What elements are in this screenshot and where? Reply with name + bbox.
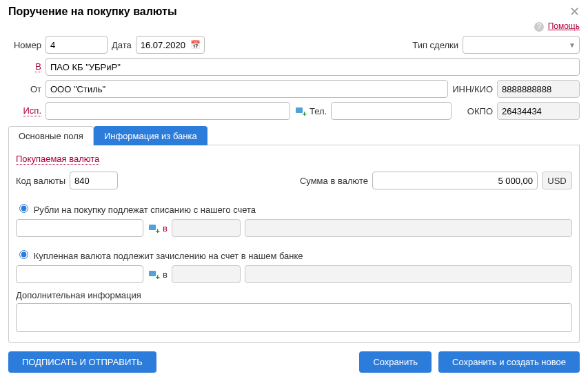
from-label: От	[8, 84, 41, 94]
currency-amount-input[interactable]	[372, 172, 538, 189]
deal-type-select[interactable]	[463, 36, 580, 54]
inn-label: ИНН/КИО	[452, 84, 493, 94]
executor-lookup-icon[interactable]	[294, 106, 305, 116]
credit-currency-box	[172, 265, 241, 283]
bank-label[interactable]: В	[35, 61, 41, 72]
number-input[interactable]	[45, 36, 108, 54]
bank-input[interactable]	[45, 58, 580, 76]
inn-input	[497, 80, 580, 98]
credit-radio[interactable]	[19, 250, 28, 259]
debit-account-input[interactable]	[16, 219, 143, 237]
credit-account-input[interactable]	[16, 265, 143, 283]
executor-input[interactable]	[45, 102, 290, 120]
debit-radio-label[interactable]: Рубли на покупку подлежат списанию с наш…	[16, 202, 256, 215]
currency-code-input[interactable]	[70, 172, 118, 189]
calendar-icon[interactable]: 📅	[190, 40, 201, 50]
currency-amount-label: Сумма в валюте	[300, 176, 368, 186]
okpo-input	[497, 102, 580, 120]
save-button[interactable]: Сохранить	[359, 351, 432, 373]
debit-currency-box	[172, 219, 241, 237]
credit-radio-text: Купленная валюта подлежит зачислению на …	[34, 251, 303, 261]
okpo-label: ОКПО	[467, 106, 493, 116]
debit-radio[interactable]	[19, 204, 28, 213]
credit-radio-label[interactable]: Купленная валюта подлежит зачислению на …	[16, 248, 303, 261]
credit-account-lookup-icon[interactable]	[148, 269, 159, 279]
currency-section-title: Покупаемая валюта	[16, 154, 99, 165]
executor-label[interactable]: Исп.	[23, 105, 42, 116]
save-create-new-button[interactable]: Сохранить и создать новое	[438, 351, 580, 373]
sign-send-button[interactable]: ПОДПИСАТЬ И ОТПРАВИТЬ	[8, 351, 156, 373]
extra-info-label: Дополнительная информация	[16, 290, 572, 300]
deal-type-label: Тип сделки	[412, 40, 458, 50]
tab-bank-info[interactable]: Информация из банка	[94, 126, 207, 145]
close-icon[interactable]: ✕	[569, 6, 580, 18]
from-input[interactable]	[45, 80, 448, 98]
tel-label: Тел.	[310, 106, 327, 116]
tel-input[interactable]	[331, 102, 452, 120]
currency-code-label: Код валюты	[16, 176, 65, 186]
debit-desc-box	[245, 219, 572, 237]
date-label: Дата	[112, 40, 132, 50]
help-link[interactable]: Помощь	[548, 21, 580, 31]
debit-radio-text: Рубли на покупку подлежат списанию с наш…	[34, 205, 256, 215]
tab-main[interactable]: Основные поля	[8, 126, 94, 145]
help-icon: ?	[534, 22, 544, 32]
credit-in-label: в	[163, 269, 168, 280]
dialog-title: Поручение на покупку валюты	[8, 6, 177, 18]
currency-iso-box: USD	[542, 172, 572, 189]
debit-account-lookup-icon[interactable]	[148, 223, 159, 233]
credit-desc-box	[245, 265, 572, 283]
extra-info-textarea[interactable]	[16, 303, 572, 332]
number-label: Номер	[8, 40, 41, 50]
debit-in-label: в	[163, 223, 168, 234]
